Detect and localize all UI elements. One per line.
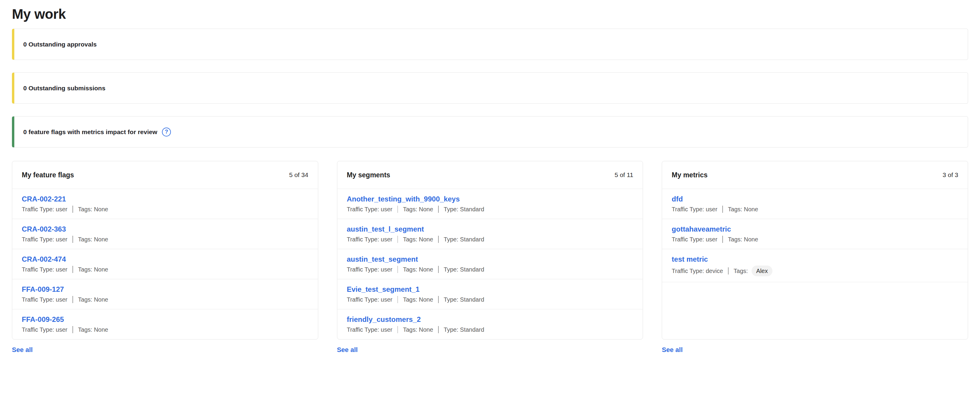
list-item: gottahaveametric Traffic Type: user Tags… [662,219,968,249]
meta-separator [438,296,439,303]
list-item: FFA-009-265 Traffic Type: user Tags: Non… [12,309,318,339]
list-item: Another_testing_with_9900_keys Traffic T… [337,189,643,219]
card-title: My metrics [671,170,707,180]
meta-separator [72,266,73,273]
metric-link[interactable]: test metric [671,255,708,264]
list-item: CRA-002-474 Traffic Type: user Tags: Non… [12,249,318,279]
segments-list: Another_testing_with_9900_keys Traffic T… [337,189,643,339]
meta-traffic-type: Traffic Type: user [347,326,393,334]
metrics-list: dfd Traffic Type: user Tags: None gottah… [662,189,968,282]
segment-link[interactable]: Another_testing_with_9900_keys [347,195,460,203]
meta-traffic-type: Traffic Type: user [22,265,67,273]
feature-flag-link[interactable]: FFA-009-265 [22,315,64,324]
item-meta: Traffic Type: user Tags: None [671,235,958,243]
meta-tags: Tags: None [78,265,108,273]
meta-separator [72,296,73,303]
meta-separator [728,267,729,275]
segment-link[interactable]: friendly_customers_2 [347,315,421,324]
meta-tags: Tags: None [728,205,758,213]
metrics-card-header: My metrics 3 of 3 [662,161,968,189]
meta-tags: Tags: None [403,235,433,243]
meta-type: Type: Standard [444,235,484,243]
meta-traffic-type: Traffic Type: user [22,296,67,303]
segments-card-header: My segments 5 of 11 [337,161,643,189]
meta-traffic-type: Traffic Type: user [347,235,393,243]
page-title: My work [12,5,968,23]
cards-row: My feature flags 5 of 34 CRA-002-221 Tra… [12,161,968,354]
meta-separator [438,236,439,243]
feature-flag-link[interactable]: CRA-002-221 [22,195,66,203]
segments-card: My segments 5 of 11 Another_testing_with… [337,161,643,340]
feature-flag-link[interactable]: CRA-002-474 [22,255,66,264]
meta-separator [398,326,398,333]
segments-column: My segments 5 of 11 Another_testing_with… [337,161,643,354]
approvals-alert: 0 Outstanding approvals [12,29,968,60]
feature-flags-card: My feature flags 5 of 34 CRA-002-221 Tra… [12,161,318,340]
feature-flag-link[interactable]: FFA-009-127 [22,285,64,294]
list-item: austin_test_l_segment Traffic Type: user… [337,219,643,249]
meta-traffic-type: Traffic Type: user [347,265,393,273]
meta-traffic-type: Traffic Type: user [22,205,67,213]
list-item: austin_test_segment Traffic Type: user T… [337,249,643,279]
flags-review-alert: 0 feature flags with metrics impact for … [12,116,968,148]
meta-tags: Tags: None [403,326,433,334]
item-meta: Traffic Type: device Tags: Alex [671,265,958,276]
meta-tags: Tags: None [728,235,758,243]
item-meta: Traffic Type: user Tags: None [22,326,309,334]
list-item: CRA-002-363 Traffic Type: user Tags: Non… [12,219,318,249]
meta-tags: Tags: None [403,205,433,213]
meta-separator [398,206,398,213]
list-item: friendly_customers_2 Traffic Type: user … [337,309,643,339]
meta-separator [72,236,73,243]
metrics-card: My metrics 3 of 3 dfd Traffic Type: user… [662,161,968,340]
approvals-alert-text: 0 Outstanding approvals [23,41,97,48]
metrics-see-all-link[interactable]: See all [662,346,682,354]
item-meta: Traffic Type: user Tags: None [671,205,958,213]
item-meta: Traffic Type: user Tags: None [22,205,309,213]
help-icon[interactable]: ? [162,127,171,137]
feature-flags-card-header: My feature flags 5 of 34 [12,161,318,189]
card-title: My feature flags [22,170,74,180]
meta-type: Type: Standard [444,205,484,213]
item-meta: Traffic Type: user Tags: None [22,235,309,243]
meta-type: Type: Standard [444,296,484,303]
item-meta: Traffic Type: user Tags: None Type: Stan… [347,326,633,334]
card-count: 5 of 11 [615,170,633,180]
meta-traffic-type: Traffic Type: user [347,296,393,303]
meta-tags: Tags: None [78,205,108,213]
item-meta: Traffic Type: user Tags: None Type: Stan… [347,296,633,303]
submissions-alert-text: 0 Outstanding submissions [23,85,105,92]
feature-flags-see-all-link[interactable]: See all [12,346,33,354]
meta-traffic-type: Traffic Type: user [671,205,717,213]
card-count: 5 of 34 [289,170,308,180]
tag-chip: Alex [752,265,773,276]
feature-flag-link[interactable]: CRA-002-363 [22,225,66,234]
list-item: Evie_test_segment_1 Traffic Type: user T… [337,279,643,309]
metric-link[interactable]: dfd [671,195,682,203]
submissions-alert: 0 Outstanding submissions [12,72,968,104]
meta-separator [398,296,398,303]
meta-separator [722,206,723,213]
segments-see-all-link[interactable]: See all [337,346,358,354]
list-item: CRA-002-221 Traffic Type: user Tags: Non… [12,189,318,219]
meta-traffic-type: Traffic Type: user [22,326,67,334]
segment-link[interactable]: austin_test_l_segment [347,225,424,234]
meta-separator [72,206,73,213]
meta-separator [398,266,398,273]
metric-link[interactable]: gottahaveametric [671,225,731,234]
segment-link[interactable]: austin_test_segment [347,255,418,264]
meta-tags: Tags: None [403,296,433,303]
item-meta: Traffic Type: user Tags: None [22,265,309,273]
meta-separator [398,236,398,243]
meta-traffic-type: Traffic Type: user [671,235,717,243]
feature-flags-column: My feature flags 5 of 34 CRA-002-221 Tra… [12,161,318,354]
meta-tags: Tags: None [78,235,108,243]
segment-link[interactable]: Evie_test_segment_1 [347,285,420,294]
list-item: test metric Traffic Type: device Tags: A… [662,249,968,282]
item-meta: Traffic Type: user Tags: None Type: Stan… [347,205,633,213]
meta-traffic-type: Traffic Type: user [22,235,67,243]
flags-review-alert-text: 0 feature flags with metrics impact for … [23,129,157,136]
meta-type: Type: Standard [444,326,484,334]
metrics-column: My metrics 3 of 3 dfd Traffic Type: user… [662,161,968,354]
meta-tags: Tags: None [78,296,108,303]
